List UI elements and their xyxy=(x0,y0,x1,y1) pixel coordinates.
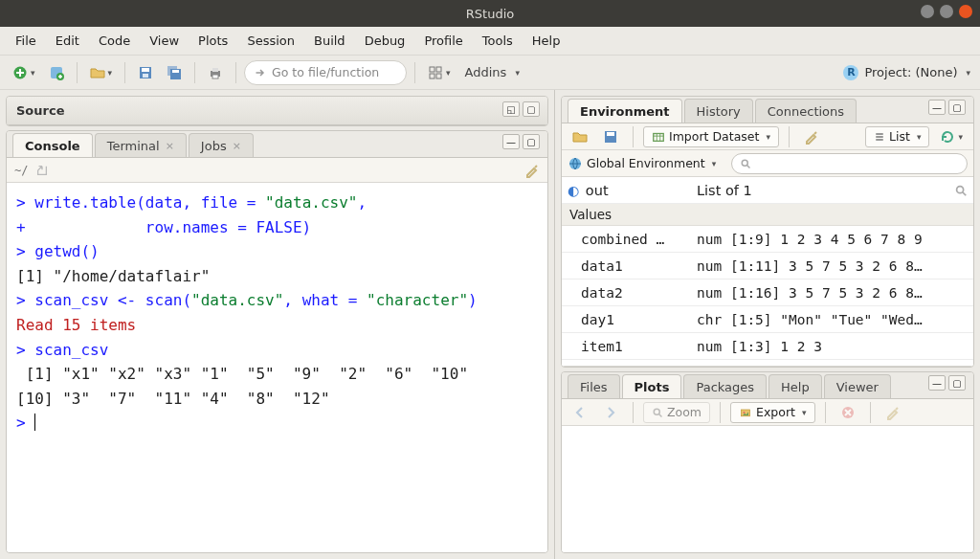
import-icon xyxy=(652,130,665,144)
console-output[interactable]: > write.table(data, file = "data.csv", +… xyxy=(7,183,547,552)
save-icon xyxy=(603,129,618,145)
tab-packages[interactable]: Packages xyxy=(683,374,767,398)
tab-jobs[interactable]: Jobs× xyxy=(189,133,254,157)
menu-edit[interactable]: Edit xyxy=(48,30,87,52)
close-icon[interactable]: × xyxy=(166,140,174,152)
svg-rect-17 xyxy=(607,132,614,136)
remove-plot-button[interactable] xyxy=(835,400,860,425)
magnify-icon xyxy=(652,407,663,418)
menu-file[interactable]: File xyxy=(8,30,44,52)
tab-viewer[interactable]: Viewer xyxy=(824,374,891,398)
env-object-out[interactable]: ◐ outList of 1 xyxy=(562,177,973,204)
scope-selector[interactable]: Global Environment▾ xyxy=(568,153,724,174)
broom-icon[interactable] xyxy=(524,163,540,178)
svg-rect-10 xyxy=(212,68,218,72)
window-minimize-icon[interactable] xyxy=(921,5,934,18)
project-selector[interactable]: R Project: (None) ▾ xyxy=(843,65,970,80)
tab-environment[interactable]: Environment xyxy=(568,99,682,123)
save-workspace-button[interactable] xyxy=(598,124,623,149)
pane-minimize-icon[interactable]: — xyxy=(502,134,520,149)
clear-plots-button[interactable] xyxy=(880,400,905,425)
svg-rect-14 xyxy=(430,74,434,78)
list-icon xyxy=(874,131,885,143)
pane-maximize-icon[interactable]: ▢ xyxy=(523,101,540,117)
svg-point-20 xyxy=(742,160,747,166)
export-icon xyxy=(739,407,752,418)
pane-minimize-icon[interactable]: — xyxy=(928,375,946,391)
tab-history[interactable]: History xyxy=(684,99,753,123)
arrow-right-icon xyxy=(603,405,618,420)
panes-layout-button[interactable]: ▾ xyxy=(423,60,456,85)
env-search-input[interactable] xyxy=(731,153,968,174)
plot-next-button[interactable] xyxy=(598,400,623,425)
window-close-icon[interactable] xyxy=(959,5,972,18)
svg-rect-18 xyxy=(654,133,664,141)
tab-help[interactable]: Help xyxy=(768,374,822,398)
refresh-icon xyxy=(940,129,955,145)
menu-view[interactable]: View xyxy=(142,30,187,52)
pane-maximize-icon[interactable]: ▢ xyxy=(523,134,540,149)
env-variable-row[interactable]: item2num [1:3] 4 5 6 xyxy=(562,360,973,367)
load-workspace-button[interactable] xyxy=(568,124,592,149)
save-icon xyxy=(138,65,153,80)
main-toolbar: ▾ ▾ Go to file/function ▾ Addins ▾ R Pro… xyxy=(0,56,980,90)
addins-dropdown[interactable]: Addins ▾ xyxy=(465,65,520,79)
svg-rect-11 xyxy=(212,75,218,78)
goto-file-function-input[interactable]: Go to file/function xyxy=(244,60,407,85)
grid-icon xyxy=(428,65,443,80)
menu-code[interactable]: Code xyxy=(91,30,138,52)
env-variable-row[interactable]: day1chr [1:5] "Mon" "Tue" "Wed… xyxy=(562,306,973,333)
svg-point-21 xyxy=(957,186,964,192)
plot-prev-button[interactable] xyxy=(568,400,592,425)
menu-plots[interactable]: Plots xyxy=(190,30,235,52)
open-folder-icon xyxy=(572,129,588,145)
env-variable-row[interactable]: combined_…num [1:9] 1 2 3 4 5 6 7 8 9 xyxy=(562,226,973,253)
goto-placeholder: Go to file/function xyxy=(272,65,379,79)
r-badge-icon: R xyxy=(843,65,858,80)
pane-minimize-icon[interactable]: — xyxy=(928,100,946,115)
menu-tools[interactable]: Tools xyxy=(475,30,521,52)
window-title: RStudio xyxy=(466,7,514,21)
popout-icon[interactable] xyxy=(35,164,49,177)
arrow-left-icon xyxy=(572,405,588,420)
menu-help[interactable]: Help xyxy=(524,30,568,52)
tab-connections[interactable]: Connections xyxy=(755,99,857,123)
broom-icon xyxy=(885,405,901,420)
tab-console[interactable]: Console xyxy=(12,133,93,157)
tab-terminal[interactable]: Terminal× xyxy=(95,133,187,157)
view-mode-dropdown[interactable]: List▾ xyxy=(865,126,929,147)
zoom-button[interactable]: Zoom xyxy=(643,402,710,423)
clear-workspace-button[interactable] xyxy=(799,124,824,149)
pane-restore-icon[interactable]: ◱ xyxy=(502,101,520,117)
console-wd: ~/ xyxy=(14,164,28,177)
env-tabs: Environment History Connections — ▢ xyxy=(562,97,973,123)
environment-list[interactable]: ◐ outList of 1Valuescombined_…num [1:9] … xyxy=(562,177,973,367)
tab-plots[interactable]: Plots xyxy=(622,374,682,398)
env-variable-row[interactable]: data1num [1:11] 3 5 7 5 3 2 6 8… xyxy=(562,253,973,280)
refresh-button[interactable]: ▾ xyxy=(935,124,968,149)
print-button[interactable] xyxy=(203,60,228,85)
open-file-button[interactable]: ▾ xyxy=(85,60,118,85)
env-variable-row[interactable]: item1num [1:3] 1 2 3 xyxy=(562,333,973,360)
close-icon[interactable]: × xyxy=(233,140,241,152)
window-maximize-icon[interactable] xyxy=(940,5,953,18)
save-all-button[interactable] xyxy=(162,60,187,85)
svg-rect-5 xyxy=(143,74,148,78)
export-button[interactable]: Export▾ xyxy=(730,402,814,423)
menu-profile[interactable]: Profile xyxy=(416,30,470,52)
files-tabs: Files Plots Packages Help Viewer — ▢ xyxy=(562,372,973,399)
tab-files[interactable]: Files xyxy=(568,374,620,398)
new-file-button[interactable]: ▾ xyxy=(8,60,40,85)
env-variable-row[interactable]: data2num [1:16] 3 5 7 5 3 2 6 8… xyxy=(562,280,973,306)
save-all-icon xyxy=(167,65,182,80)
import-dataset-button[interactable]: Import Dataset▾ xyxy=(643,126,779,147)
menu-build[interactable]: Build xyxy=(306,30,353,52)
source-pane-header[interactable]: Source ◱ ▢ xyxy=(7,97,547,125)
search-icon[interactable] xyxy=(954,184,968,197)
new-project-button[interactable] xyxy=(44,60,69,85)
pane-maximize-icon[interactable]: ▢ xyxy=(948,100,966,115)
menu-session[interactable]: Session xyxy=(239,30,302,52)
save-button[interactable] xyxy=(133,60,158,85)
pane-maximize-icon[interactable]: ▢ xyxy=(948,375,966,391)
menu-debug[interactable]: Debug xyxy=(357,30,413,52)
